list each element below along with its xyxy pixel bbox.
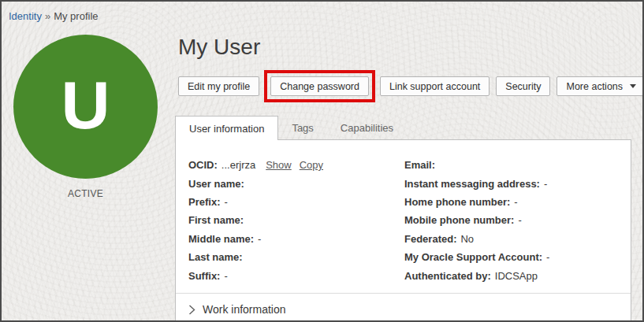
- tab-capabilities[interactable]: Capabilities: [327, 116, 407, 140]
- field-label: User name:: [188, 178, 244, 190]
- field-value: -: [544, 178, 547, 190]
- field-label: Federated:: [404, 233, 456, 245]
- field-row-ocid: OCID: ...erjrza Show Copy: [188, 156, 323, 174]
- field-value: IDCSApp: [495, 270, 538, 282]
- breadcrumb: Identity»My profile: [9, 10, 99, 22]
- caret-down-icon: [630, 84, 636, 88]
- field-row-instant-messaging: Instant messaging address: -: [404, 174, 549, 192]
- field-label: Middle name:: [188, 233, 254, 245]
- security-button[interactable]: Security: [496, 76, 550, 96]
- field-row-prefix: Prefix: -: [188, 193, 323, 211]
- work-information-label: Work information: [203, 303, 286, 316]
- page-title: My User: [178, 35, 260, 60]
- action-button-row: Edit my profile Change password Link sup…: [178, 70, 644, 102]
- field-row-home-phone: Home phone number: -: [404, 193, 549, 211]
- field-value: -: [514, 196, 517, 208]
- tab-user-information[interactable]: User information: [175, 116, 278, 140]
- field-label: Suffix:: [188, 270, 220, 282]
- field-label: Instant messaging address:: [404, 178, 540, 190]
- field-row-suffix: Suffix: -: [188, 266, 323, 284]
- edit-my-profile-button[interactable]: Edit my profile: [178, 76, 259, 96]
- avatar-initial: U: [61, 71, 110, 143]
- field-row-mobile-phone: Mobile phone number: -: [404, 211, 549, 229]
- field-value: -: [224, 270, 227, 282]
- field-label: Last name:: [188, 251, 243, 263]
- field-row-email: Email:: [404, 156, 549, 174]
- user-information-panel: OCID: ...erjrza Show Copy User name: Pre…: [175, 139, 631, 321]
- field-row-user-name: User name:: [188, 174, 323, 192]
- status-badge: ACTIVE: [13, 188, 158, 199]
- field-value: No: [460, 233, 474, 245]
- field-label: Home phone number:: [404, 196, 510, 208]
- field-row-oracle-support: My Oracle Support Account: -: [404, 248, 549, 266]
- field-value: -: [258, 233, 261, 245]
- chevron-right-icon: [188, 305, 195, 315]
- fields-column-left: OCID: ...erjrza Show Copy User name: Pre…: [188, 156, 323, 285]
- tab-tags[interactable]: Tags: [278, 116, 326, 140]
- change-password-highlight-annotation: Change password: [264, 70, 375, 102]
- my-profile-page: Identity»My profile U ACTIVE My User Edi…: [0, 0, 644, 322]
- more-actions-button[interactable]: More actions: [557, 76, 644, 96]
- breadcrumb-current: My profile: [54, 10, 98, 22]
- field-value: -: [224, 196, 227, 208]
- field-label: Authenticated by:: [404, 270, 491, 282]
- field-label: OCID:: [188, 159, 218, 171]
- field-label: Prefix:: [188, 196, 220, 208]
- breadcrumb-separator: »: [45, 10, 50, 22]
- field-row-federated: Federated: No: [404, 230, 549, 248]
- breadcrumb-link-identity[interactable]: Identity: [9, 10, 42, 22]
- change-password-button[interactable]: Change password: [270, 76, 369, 96]
- field-label: My Oracle Support Account:: [404, 251, 542, 263]
- field-label: Email:: [404, 159, 435, 171]
- field-label: Mobile phone number:: [404, 214, 514, 226]
- field-row-authenticated-by: Authenticated by: IDCSApp: [404, 266, 549, 284]
- fields-column-right: Email: Instant messaging address: - Home…: [404, 156, 549, 285]
- link-support-account-button[interactable]: Link support account: [380, 76, 490, 96]
- field-value: ...erjrza: [221, 159, 255, 171]
- field-row-last-name: Last name:: [188, 248, 323, 266]
- user-avatar: U: [13, 35, 158, 179]
- work-information-toggle[interactable]: Work information: [176, 293, 631, 316]
- field-row-first-name: First name:: [188, 211, 323, 229]
- field-value: -: [546, 251, 549, 263]
- tab-bar: User information Tags Capabilities: [175, 116, 407, 140]
- field-label: First name:: [188, 214, 244, 226]
- ocid-copy-link[interactable]: Copy: [300, 159, 323, 171]
- field-row-middle-name: Middle name: -: [188, 230, 323, 248]
- field-value: -: [518, 214, 521, 226]
- ocid-show-link[interactable]: Show: [266, 159, 292, 171]
- more-actions-label: More actions: [566, 81, 623, 92]
